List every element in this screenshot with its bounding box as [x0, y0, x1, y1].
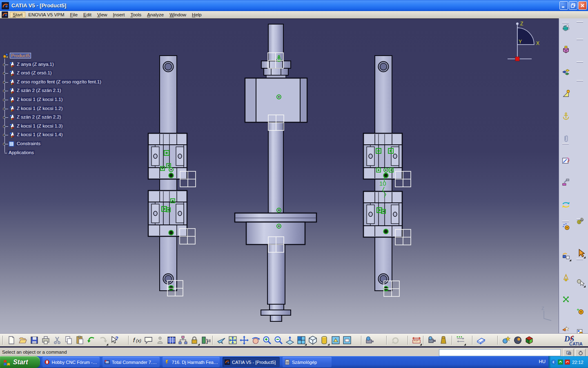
- explode-icon[interactable]: [561, 294, 571, 305]
- paste-icon[interactable]: [75, 335, 85, 346]
- design-table-icon[interactable]: [166, 335, 177, 346]
- exit-workbench-icon[interactable]: [561, 22, 571, 33]
- tree-expander[interactable]: +: [3, 89, 5, 93]
- manipulation-icon[interactable]: [561, 251, 571, 261]
- component-icon[interactable]: [561, 67, 571, 77]
- shaded-view-icon[interactable]: [319, 335, 330, 346]
- menu-tools[interactable]: Tools: [127, 12, 144, 18]
- open-folder-icon[interactable]: [18, 335, 28, 346]
- capture-icon[interactable]: [365, 335, 375, 346]
- snap-icon[interactable]: [561, 272, 571, 283]
- status-doc-button[interactable]: [564, 349, 574, 357]
- task-music-716[interactable]: 716. Dj Harmath Feat...: [163, 357, 220, 367]
- carriage-right-bottom[interactable]: [363, 191, 402, 237]
- tree-expander[interactable]: +: [3, 63, 5, 67]
- menu-start[interactable]: Start: [10, 12, 25, 18]
- select-icon[interactable]: [575, 248, 586, 258]
- carriage-right-top[interactable]: [363, 133, 402, 179]
- message-icon[interactable]: [143, 335, 154, 346]
- iso-view-icon[interactable]: [307, 335, 318, 346]
- menu-file[interactable]: File: [67, 12, 81, 18]
- swap-visible-icon[interactable]: [342, 335, 352, 346]
- weight-icon[interactable]: [438, 335, 449, 346]
- tray-app-red-icon[interactable]: [564, 359, 570, 365]
- anchor-icon[interactable]: [561, 111, 571, 121]
- sketcher-icon[interactable]: [561, 155, 571, 166]
- carriage-left-top[interactable]: [148, 133, 187, 179]
- copy-icon[interactable]: [63, 335, 74, 346]
- tree-expander[interactable]: +: [3, 133, 5, 137]
- formula-fx-icon[interactable]: f(x): [132, 335, 143, 346]
- task-calculator[interactable]: Számológép: [283, 357, 332, 367]
- print-icon[interactable]: [40, 335, 51, 346]
- task-hobby-cnc-forum[interactable]: Hobby CNC Fórum - F...: [42, 357, 100, 367]
- tree-expander[interactable]: +: [3, 71, 5, 75]
- menu-edit[interactable]: Edit: [80, 12, 94, 18]
- light-scene-icon[interactable]: [501, 335, 512, 346]
- tree-expander[interactable]: +: [3, 115, 5, 119]
- menu-view[interactable]: View: [94, 12, 110, 18]
- menu-help[interactable]: Help: [189, 12, 205, 18]
- menu-analyze[interactable]: Analyze: [144, 12, 167, 18]
- tree-expander[interactable]: +: [3, 107, 5, 111]
- smart-update-icon[interactable]: [575, 306, 586, 316]
- tray-hide-icons-button[interactable]: [550, 359, 557, 365]
- normal-view-icon[interactable]: [285, 335, 295, 346]
- task-catia[interactable]: CATIA V5 - [Product5]: [223, 357, 280, 367]
- update-all-icon[interactable]: [575, 216, 586, 227]
- lock-icon[interactable]: [189, 335, 200, 346]
- product-box-icon[interactable]: [561, 45, 571, 55]
- environment-icon[interactable]: [512, 335, 523, 346]
- measure-angle-icon[interactable]: [561, 89, 571, 99]
- part-icon: [9, 96, 15, 103]
- redo-icon[interactable]: [98, 335, 108, 346]
- multi-view-icon[interactable]: [296, 335, 307, 346]
- knowledge-icon[interactable]: }=: [200, 335, 211, 346]
- close-button[interactable]: [578, 1, 587, 10]
- viewport-3d[interactable]: 10 Z: [0, 18, 559, 333]
- tree-expander[interactable]: +: [3, 142, 5, 146]
- tree-expander[interactable]: +: [3, 124, 5, 128]
- update-icon[interactable]: [390, 335, 401, 346]
- status-lock-button[interactable]: [575, 349, 586, 357]
- tools-icon[interactable]: [561, 177, 571, 188]
- minimize-button[interactable]: [559, 1, 568, 10]
- menu-window[interactable]: Window: [167, 12, 189, 18]
- link-person-icon[interactable]: [155, 335, 165, 346]
- fit-all-icon[interactable]: [227, 335, 238, 346]
- render-camera-icon[interactable]: [427, 335, 437, 346]
- zoom-in-icon[interactable]: [262, 335, 272, 346]
- menu-insert[interactable]: Insert: [110, 12, 128, 18]
- new-document-icon[interactable]: [6, 335, 17, 346]
- whats-this-icon[interactable]: ?: [109, 335, 120, 346]
- measure-icon[interactable]: [411, 335, 422, 346]
- restore-button[interactable]: [569, 1, 577, 10]
- pan-icon[interactable]: [239, 335, 249, 346]
- smart-constraint-icon[interactable]: [561, 221, 571, 232]
- structure-icon[interactable]: [178, 335, 188, 346]
- material-icon[interactable]: [524, 335, 535, 346]
- swap-icon[interactable]: [561, 200, 571, 210]
- selection-filter-icon[interactable]: [575, 277, 586, 287]
- menu-enovia-v5-vpm[interactable]: ENOVIA V5 VPM: [25, 12, 67, 18]
- tree-expander[interactable]: +: [3, 98, 5, 102]
- undo-icon[interactable]: [86, 335, 97, 346]
- carriage-left-bottom[interactable]: [148, 191, 187, 236]
- zoom-out-icon[interactable]: [273, 335, 284, 346]
- command-input[interactable]: [439, 349, 561, 356]
- eraser-icon[interactable]: [476, 335, 486, 346]
- rotate-icon[interactable]: [250, 335, 261, 346]
- sequence-icon[interactable]: [455, 335, 466, 346]
- save-icon[interactable]: [29, 335, 40, 346]
- task-total-commander[interactable]: Total Commander 7.0...: [102, 357, 160, 367]
- fly-bird-icon[interactable]: [561, 323, 571, 334]
- ball-screw-assembly[interactable]: [235, 24, 316, 321]
- compass[interactable]: Z Y X: [508, 21, 539, 61]
- hide-show-icon[interactable]: [330, 335, 341, 346]
- start-button[interactable]: Start: [0, 356, 40, 368]
- fly-mode-icon[interactable]: [216, 335, 227, 346]
- cut-icon[interactable]: [52, 335, 62, 346]
- tray-app-green-icon[interactable]: [557, 359, 564, 365]
- tree-expander[interactable]: +: [3, 80, 5, 84]
- language-indicator[interactable]: HU: [539, 359, 546, 364]
